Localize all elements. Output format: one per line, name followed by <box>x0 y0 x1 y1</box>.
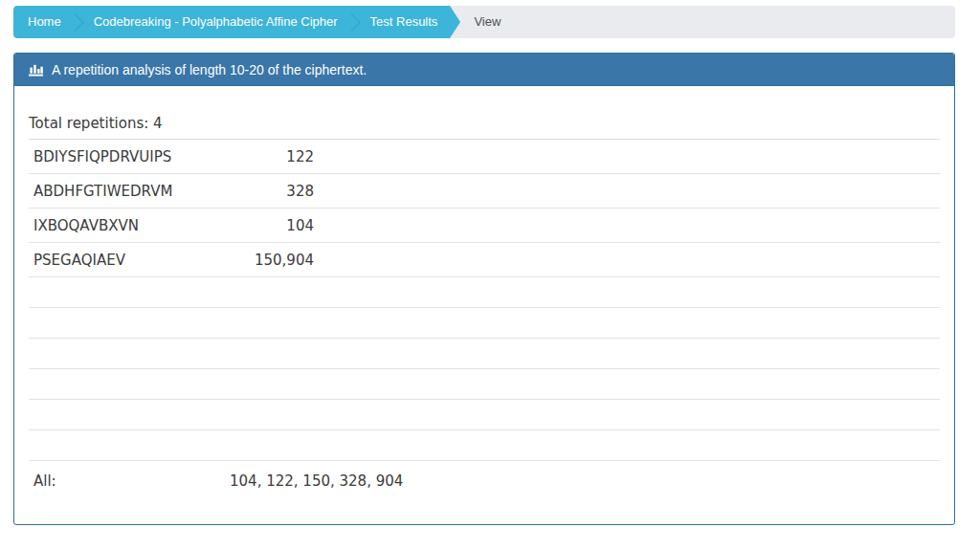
empty-rows <box>29 277 940 461</box>
panel-title: A repetition analysis of length 10-20 of… <box>52 62 367 77</box>
breadcrumb-item-home[interactable]: Home <box>15 6 74 38</box>
all-row: All: 104, 122, 150, 328, 904 <box>29 461 940 501</box>
table-row-empty <box>29 400 940 430</box>
table-row-empty <box>29 308 940 339</box>
breadcrumb-item-view-current: View <box>460 6 514 38</box>
table-row-empty <box>29 277 940 308</box>
breadcrumb: Home Codebreaking - Polyalphabetic Affin… <box>13 6 955 38</box>
breadcrumb-arrow-icon <box>450 6 460 38</box>
total-repetitions: Total repetitions: 4 <box>29 107 940 140</box>
breadcrumb-item-test-results[interactable]: Test Results <box>358 6 451 38</box>
all-values: 104, 122, 150, 328, 904 <box>230 472 403 490</box>
pattern-cell: IXBOQAVBXVN <box>29 217 230 234</box>
table-row-empty <box>29 369 940 400</box>
results-table: BDIYSFIQPDRVUIPS 122 ABDHFGTIWEDRVM 328 … <box>29 140 940 461</box>
pattern-cell: BDIYSFIQPDRVUIPS <box>29 148 230 165</box>
all-label: All: <box>29 472 230 490</box>
count-cell: 150,904 <box>230 252 314 269</box>
count-cell: 122 <box>230 148 314 165</box>
table-row: BDIYSFIQPDRVUIPS 122 <box>29 140 940 174</box>
analysis-panel: A repetition analysis of length 10-20 of… <box>13 53 955 525</box>
bar-chart-icon <box>29 63 43 77</box>
table-row: IXBOQAVBXVN 104 <box>29 209 940 243</box>
count-cell: 328 <box>230 183 314 200</box>
panel-body: Total repetitions: 4 BDIYSFIQPDRVUIPS 12… <box>14 86 954 501</box>
count-cell: 104 <box>230 217 314 234</box>
panel-header: A repetition analysis of length 10-20 of… <box>14 54 954 86</box>
breadcrumb-item-codebreaking[interactable]: Codebreaking - Polyalphabetic Affine Cip… <box>81 6 350 38</box>
breadcrumb-group: Home Codebreaking - Polyalphabetic Affin… <box>13 6 450 38</box>
pattern-cell: PSEGAQIAEV <box>29 252 230 269</box>
pattern-cell: ABDHFGTIWEDRVM <box>29 183 230 200</box>
table-row-empty <box>29 339 940 369</box>
table-row: ABDHFGTIWEDRVM 328 <box>29 174 940 209</box>
table-row: PSEGAQIAEV 150,904 <box>29 243 940 277</box>
table-row-empty <box>29 430 940 461</box>
